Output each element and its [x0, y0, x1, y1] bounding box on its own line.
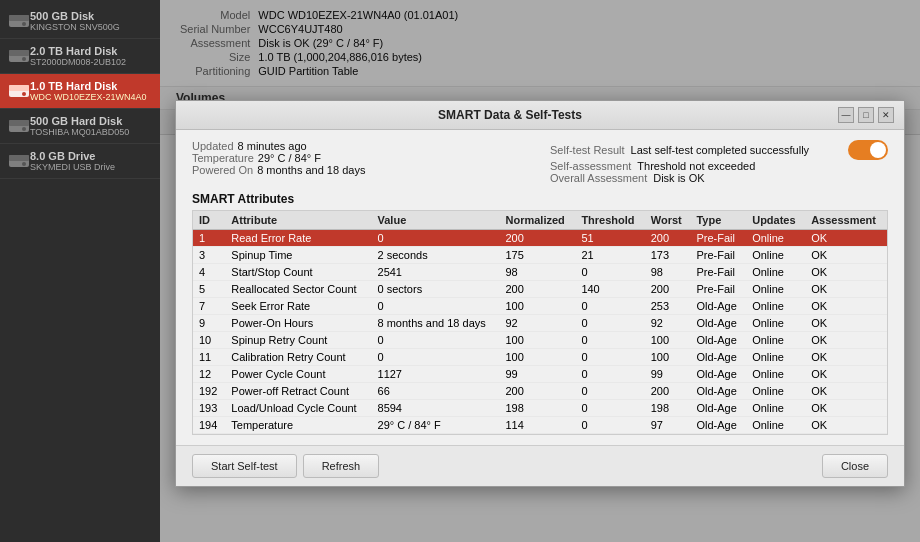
smart-dialog: SMART Data & Self-Tests — □ ✕ Updated 8 …	[175, 100, 905, 487]
svg-rect-7	[9, 85, 29, 91]
col-value: Value	[372, 211, 500, 230]
col-worst: Worst	[645, 211, 691, 230]
powered-on-value: 8 months and 18 days	[257, 164, 365, 176]
smart-table: ID Attribute Value Normalized Threshold …	[193, 211, 887, 434]
self-test-result-row: Self-test Result Last self-test complete…	[550, 140, 888, 160]
table-row[interactable]: 1Read Error Rate020051200Pre-FailOnlineO…	[193, 230, 887, 247]
table-row[interactable]: 3Spinup Time2 seconds17521173Pre-FailOnl…	[193, 247, 887, 264]
powered-on-row: Powered On 8 months and 18 days	[192, 164, 530, 176]
temperature-label: Temperature	[192, 152, 254, 164]
start-self-test-button[interactable]: Start Self-test	[192, 454, 297, 478]
sidebar-item-disk5[interactable]: 8.0 GB Drive SKYMEDI USB Drive	[0, 144, 160, 179]
table-row[interactable]: 10Spinup Retry Count01000100Old-AgeOnlin…	[193, 332, 887, 349]
col-threshold: Threshold	[575, 211, 644, 230]
overall-assessment-value: Disk is OK	[653, 172, 888, 184]
overall-assessment-label: Overall Assessment	[550, 172, 647, 184]
refresh-button[interactable]: Refresh	[303, 454, 380, 478]
col-updates: Updates	[746, 211, 805, 230]
overall-assessment-row: Overall Assessment Disk is OK	[550, 172, 888, 184]
svg-rect-4	[9, 50, 29, 56]
svg-rect-13	[9, 155, 29, 161]
col-type: Type	[690, 211, 746, 230]
svg-point-2	[22, 22, 26, 26]
sidebar-item-disk2[interactable]: 2.0 TB Hard Disk ST2000DM008-2UB102	[0, 39, 160, 74]
table-header-row: ID Attribute Value Normalized Threshold …	[193, 211, 887, 230]
table-row[interactable]: 192Power-off Retract Count662000200Old-A…	[193, 383, 887, 400]
sidebar-item-disk1[interactable]: 500 GB Disk KINGSTON SNV500G	[0, 4, 160, 39]
smart-table-container: ID Attribute Value Normalized Threshold …	[192, 210, 888, 435]
sidebar-item-disk4[interactable]: 500 GB Hard Disk TOSHIBA MQ01ABD050	[0, 109, 160, 144]
updated-row: Updated 8 minutes ago	[192, 140, 530, 152]
dialog-footer: Start Self-test Refresh Close	[176, 445, 904, 486]
sidebar: 500 GB Disk KINGSTON SNV500G 2.0 TB Hard…	[0, 0, 160, 542]
col-attribute: Attribute	[225, 211, 371, 230]
svg-point-8	[22, 92, 26, 96]
table-row[interactable]: 4Start/Stop Count254198098Pre-FailOnline…	[193, 264, 887, 281]
close-dialog-button[interactable]: Close	[822, 454, 888, 478]
hdd-icon	[8, 12, 30, 30]
svg-point-14	[22, 162, 26, 166]
table-row[interactable]: 9Power-On Hours8 months and 18 days92092…	[193, 315, 887, 332]
hdd-icon	[8, 47, 30, 65]
table-row[interactable]: 193Load/Unload Cycle Count85941980198Old…	[193, 400, 887, 417]
self-assessment-row: Self-assessment Threshold not exceeded	[550, 160, 888, 172]
toggle-switch[interactable]	[848, 140, 888, 160]
table-row[interactable]: 7Seek Error Rate01000253Old-AgeOnlineOK	[193, 298, 887, 315]
svg-rect-1	[9, 15, 29, 21]
hdd-icon	[8, 82, 30, 100]
dialog-titlebar: SMART Data & Self-Tests — □ ✕	[176, 101, 904, 130]
table-row[interactable]: 11Calibration Retry Count01000100Old-Age…	[193, 349, 887, 366]
self-test-result-label: Self-test Result	[550, 144, 625, 156]
temperature-value: 29° C / 84° F	[258, 152, 321, 164]
hdd-icon	[8, 152, 30, 170]
self-assessment-label: Self-assessment	[550, 160, 631, 172]
updated-label: Updated	[192, 140, 234, 152]
self-assessment-value: Threshold not exceeded	[637, 160, 888, 172]
dialog-body: Updated 8 minutes ago Temperature 29° C …	[176, 130, 904, 445]
updated-value: 8 minutes ago	[238, 140, 307, 152]
sidebar-item-disk3[interactable]: 1.0 TB Hard Disk WDC WD10EZEX-21WN4A0	[0, 74, 160, 109]
minimize-button[interactable]: —	[838, 107, 854, 123]
smart-attributes-title: SMART Attributes	[192, 192, 888, 206]
col-id: ID	[193, 211, 225, 230]
svg-point-5	[22, 57, 26, 61]
col-assessment: Assessment	[805, 211, 887, 230]
dialog-title: SMART Data & Self-Tests	[186, 108, 834, 122]
footer-left-buttons: Start Self-test Refresh	[192, 454, 379, 478]
hdd-icon	[8, 117, 30, 135]
powered-on-label: Powered On	[192, 164, 253, 176]
main-area: Model WDC WD10EZEX-21WN4A0 (01.01A01) Se…	[160, 0, 920, 542]
dialog-overlay: SMART Data & Self-Tests — □ ✕ Updated 8 …	[160, 0, 920, 542]
temperature-row: Temperature 29° C / 84° F	[192, 152, 530, 164]
close-button[interactable]: ✕	[878, 107, 894, 123]
table-row[interactable]: 5Reallocated Sector Count0 sectors200140…	[193, 281, 887, 298]
col-normalized: Normalized	[500, 211, 576, 230]
svg-point-11	[22, 127, 26, 131]
table-row[interactable]: 194Temperature29° C / 84° F114097Old-Age…	[193, 417, 887, 434]
svg-rect-10	[9, 120, 29, 126]
maximize-button[interactable]: □	[858, 107, 874, 123]
table-row[interactable]: 12Power Cycle Count112799099Old-AgeOnlin…	[193, 366, 887, 383]
self-test-result-value: Last self-test completed successfully	[631, 144, 842, 156]
